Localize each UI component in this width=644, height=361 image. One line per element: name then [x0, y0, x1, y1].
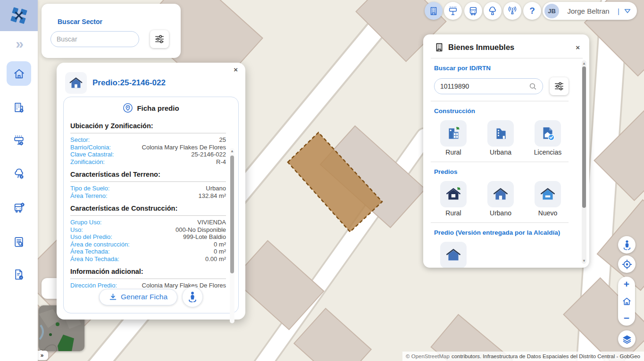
alcaldia-house-icon	[444, 246, 462, 264]
zoom-in-button[interactable]: +	[624, 279, 629, 289]
building-icon	[434, 42, 444, 52]
streetview-pegman-button[interactable]	[182, 287, 203, 307]
predio-popup: × Predio:25-2146-022 Ficha predio Ubicac…	[57, 63, 245, 320]
map-attribution: © OpenStreetMap contributors. Infraestru…	[402, 352, 644, 361]
id-rtn-filter-button[interactable]	[550, 77, 569, 95]
help-icon: ?	[529, 6, 535, 16]
ficha-predio-card: Ficha predio Ubicación y Zonificación: S…	[63, 97, 239, 313]
section-heading: Características del Terreno:	[70, 171, 226, 178]
scrollbar-thumb[interactable]	[230, 156, 234, 273]
panel-title: Bienes Inmuebles	[448, 43, 572, 52]
urban-building-icon	[492, 125, 509, 142]
field-row: Barrio/Colonia:Colonia Mary Flakes De Fl…	[70, 144, 226, 151]
building-icon	[428, 6, 439, 16]
field-row: Sector:25	[70, 136, 226, 144]
buscar-sector-filter-button[interactable]	[150, 30, 169, 48]
building-gear-icon	[13, 101, 25, 114]
predios-label: Predios	[434, 168, 569, 175]
field-row: Área de construcción:0 m²	[70, 241, 226, 248]
sidebar-item-rotulos[interactable]	[7, 128, 31, 153]
toolbar-bienes-inmuebles-button[interactable]	[425, 2, 443, 20]
scroll-down-arrow[interactable]: ▼	[582, 259, 586, 263]
predio-popup-title: Predio:25-2146-022	[92, 78, 166, 88]
toolbar-rotulos-button[interactable]	[444, 2, 462, 20]
sidebar-item-reportes[interactable]	[7, 262, 31, 287]
rural-building-icon	[445, 125, 462, 142]
construccion-urbana-button[interactable]: Urbana	[487, 120, 514, 156]
layers-button[interactable]	[618, 330, 636, 348]
license-document-check-icon	[539, 125, 556, 142]
layers-icon	[621, 334, 633, 345]
pegman-icon	[621, 239, 633, 251]
toolbar-antenas-button[interactable]	[503, 2, 521, 20]
antenna-icon	[507, 6, 518, 16]
scrollbar-thumb[interactable]	[582, 66, 586, 208]
panel-scrollbar[interactable]: ▲ ▼	[582, 60, 586, 264]
field-row: Área No Techada:0.00 m²	[70, 255, 226, 263]
section-heading: Características de Construcción:	[70, 205, 226, 212]
field-row: Clave Catastral:25-2146-022	[70, 151, 226, 158]
buscar-sector-input[interactable]	[57, 35, 133, 43]
construccion-licencias-button[interactable]: Licencias	[535, 120, 561, 156]
download-icon	[109, 293, 117, 301]
field-row: Tipo de Suelo:Urbano	[70, 185, 226, 192]
user-menu[interactable]: JB Jorge Beltran |	[543, 2, 637, 20]
sidebar-item-bienes-inmuebles[interactable]	[7, 95, 31, 120]
user-avatar: JB	[544, 4, 559, 18]
predios-rural-button[interactable]: Rural	[440, 181, 467, 217]
bus-gear-icon	[13, 201, 25, 214]
toolbar-help-button[interactable]: ?	[523, 2, 541, 20]
search-icon[interactable]	[529, 82, 537, 91]
id-rtn-input[interactable]	[440, 82, 529, 90]
chevron-down-icon[interactable]	[624, 8, 631, 14]
buscar-sector-panel: Buscar Sector	[42, 4, 181, 58]
user-name: Jorge Beltran	[563, 7, 613, 15]
document-search-icon	[13, 236, 25, 248]
predio-icon-tile	[65, 72, 87, 94]
generar-ficha-button[interactable]: Generar Ficha	[99, 289, 177, 305]
predios-nuevo-button[interactable]: Nuevo	[535, 181, 561, 217]
sidebar-collapse-icon[interactable]: »	[0, 37, 38, 51]
pinwheel-logo-icon	[9, 6, 29, 25]
pegman-icon	[186, 291, 199, 303]
close-icon[interactable]: ×	[576, 43, 580, 51]
sidebar-item-arboles[interactable]	[7, 161, 31, 186]
predios-urbano-button[interactable]: Urbano	[487, 181, 514, 217]
close-icon[interactable]: ×	[234, 66, 238, 74]
field-row: Zonificación:R-4	[70, 158, 226, 166]
predio-alcaldia-label: Predio (Versión entregada por la Alcaldí…	[434, 229, 569, 236]
toolbar-transporte-button[interactable]	[464, 2, 482, 20]
sidebar: »	[0, 0, 38, 361]
location-pin-icon	[123, 103, 133, 113]
home-extent-button[interactable]	[622, 296, 632, 306]
buscar-sector-input-wrap	[50, 31, 139, 47]
billboard-icon	[448, 6, 458, 16]
construccion-rural-button[interactable]: Rural	[440, 120, 467, 156]
app-logo[interactable]	[0, 0, 38, 31]
map-pegman-button[interactable]	[618, 236, 636, 254]
document-info-icon	[13, 268, 25, 281]
sliders-icon	[154, 34, 165, 44]
ficha-content[interactable]: Ubicación y Zonificación: Sector:25 Barr…	[70, 117, 226, 290]
urban-house-icon	[492, 185, 510, 203]
home-icon	[13, 67, 25, 80]
rural-house-icon	[444, 185, 462, 203]
zoom-control: + −	[618, 277, 635, 326]
section-heading: Información adicional:	[70, 268, 226, 275]
sidebar-item-home[interactable]	[7, 61, 31, 86]
house-icon	[68, 75, 84, 91]
sidebar-item-transporte[interactable]	[7, 195, 31, 220]
billboard-gear-icon	[13, 134, 25, 147]
toolbar-arboles-button[interactable]	[484, 2, 502, 20]
sliders-icon	[554, 81, 564, 91]
predio-alcaldia-button[interactable]	[440, 242, 467, 268]
sidebar-item-consultas[interactable]	[7, 230, 31, 254]
section-heading: Ubicación y Zonificación:	[70, 122, 226, 130]
tree-icon	[487, 6, 498, 16]
bus-icon	[468, 6, 478, 16]
locate-me-button[interactable]	[618, 255, 636, 273]
osm-attribution-link[interactable]: © OpenStreetMap	[406, 353, 450, 359]
scroll-up-arrow[interactable]: ▲	[230, 149, 234, 153]
zoom-out-button[interactable]: −	[624, 313, 629, 323]
scroll-up-arrow[interactable]: ▲	[582, 61, 586, 66]
